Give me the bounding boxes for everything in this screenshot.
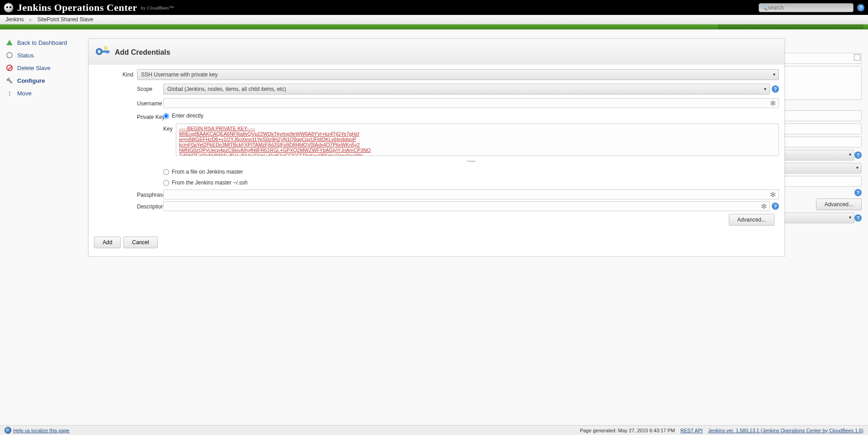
title-bar bbox=[0, 24, 868, 29]
privatekey-label: Private Key bbox=[137, 112, 163, 120]
add-credentials-dialog: Add Credentials Kind SSH Username with p… bbox=[88, 38, 785, 257]
description-label: Description bbox=[137, 201, 163, 210]
radio-from-file[interactable] bbox=[163, 169, 169, 175]
app-title: Jenkins Operations Center bbox=[17, 2, 137, 14]
svg-rect-3 bbox=[107, 51, 108, 54]
status-icon bbox=[5, 51, 14, 59]
asterisk-icon: ✻ bbox=[769, 191, 776, 198]
add-button[interactable]: Add bbox=[94, 236, 121, 248]
sidebar-item-label: Back to Dashboard bbox=[17, 39, 67, 46]
asterisk-icon: ✻ bbox=[760, 203, 767, 210]
scope-label: Scope bbox=[137, 84, 163, 92]
sidebar-item-label: Configure bbox=[17, 77, 45, 84]
svg-rect-2 bbox=[101, 51, 109, 52]
wrench-icon bbox=[5, 76, 14, 85]
username-label: Username bbox=[137, 98, 163, 107]
radio-enter-directly[interactable] bbox=[163, 113, 169, 119]
sidebar-item-configure[interactable]: Configure bbox=[4, 74, 85, 87]
arrow-up-icon bbox=[5, 38, 14, 47]
cancel-button[interactable]: Cancel bbox=[123, 236, 157, 248]
breadcrumb: Jenkins ▸ SitePoint Shared Slave bbox=[0, 15, 868, 24]
app-subtitle: by CloudBees™ bbox=[141, 5, 174, 10]
dialog-title: Add Credentials bbox=[115, 48, 170, 57]
passphrase-label: Passphrase bbox=[137, 189, 163, 198]
kind-select[interactable]: SSH Username with private key bbox=[137, 69, 779, 80]
help-icon[interactable]: ? bbox=[854, 189, 862, 196]
sidebar-item-back[interactable]: Back to Dashboard bbox=[4, 36, 85, 49]
radio-label: From a file on Jenkins master bbox=[172, 169, 243, 175]
help-icon[interactable]: ? bbox=[854, 214, 862, 222]
advanced-button[interactable]: Advanced... bbox=[729, 214, 774, 226]
key-icon bbox=[95, 46, 110, 58]
search-input[interactable] bbox=[768, 5, 851, 11]
search-icon: 🔍 bbox=[761, 5, 768, 11]
scope-select[interactable]: Global (Jenkins, nodes, items, all child… bbox=[163, 84, 770, 95]
radio-label: From the Jenkins master ~/.ssh bbox=[172, 180, 248, 186]
move-icon: ↕ bbox=[5, 89, 14, 97]
help-icon[interactable]: ? bbox=[854, 151, 862, 159]
header: Jenkins Operations Center by CloudBees™ … bbox=[0, 0, 868, 15]
help-icon[interactable]: ? bbox=[772, 85, 779, 93]
search-box[interactable]: 🔍 bbox=[759, 3, 854, 12]
sidebar-item-delete[interactable]: Delete Slave bbox=[4, 61, 85, 74]
main: ? ? Advanced... ? A bbox=[88, 29, 868, 257]
breadcrumb-sep-icon: ▸ bbox=[29, 16, 32, 23]
svg-rect-4 bbox=[108, 51, 110, 53]
asterisk-icon: ✻ bbox=[769, 99, 776, 107]
passphrase-input[interactable] bbox=[163, 189, 779, 199]
svg-point-1 bbox=[98, 50, 100, 53]
sidebar: Back to Dashboard Status Delete Slave Co… bbox=[0, 29, 88, 257]
breadcrumb-item[interactable]: SitePoint Shared Slave bbox=[38, 16, 93, 23]
sidebar-item-label: Status bbox=[17, 52, 34, 59]
resize-handle-icon[interactable]: ═══ bbox=[163, 159, 779, 163]
advanced-button[interactable]: Advanced... bbox=[816, 199, 862, 210]
radio-from-ssh[interactable] bbox=[163, 180, 169, 186]
svg-point-5 bbox=[104, 47, 107, 50]
description-input[interactable] bbox=[163, 201, 770, 211]
username-input[interactable] bbox=[163, 98, 779, 108]
sidebar-item-label: Delete Slave bbox=[17, 65, 51, 71]
kind-label: Kind bbox=[94, 69, 137, 78]
help-icon[interactable]: ? bbox=[772, 203, 779, 210]
breadcrumb-item[interactable]: Jenkins bbox=[5, 16, 24, 23]
radio-label: Enter directly bbox=[172, 113, 203, 119]
sidebar-item-status[interactable]: Status bbox=[4, 49, 85, 61]
key-textarea[interactable]: -----BEGIN RSA PRIVATE KEY----- MIIEogIB… bbox=[176, 123, 779, 156]
sidebar-item-move[interactable]: ↕ Move bbox=[4, 87, 85, 99]
help-icon[interactable]: ? bbox=[857, 4, 864, 11]
sidebar-item-label: Move bbox=[17, 90, 32, 97]
jenkins-logo-icon bbox=[4, 3, 14, 13]
delete-icon bbox=[5, 64, 14, 72]
key-label: Key bbox=[163, 123, 176, 132]
expand-icon[interactable] bbox=[854, 54, 860, 61]
